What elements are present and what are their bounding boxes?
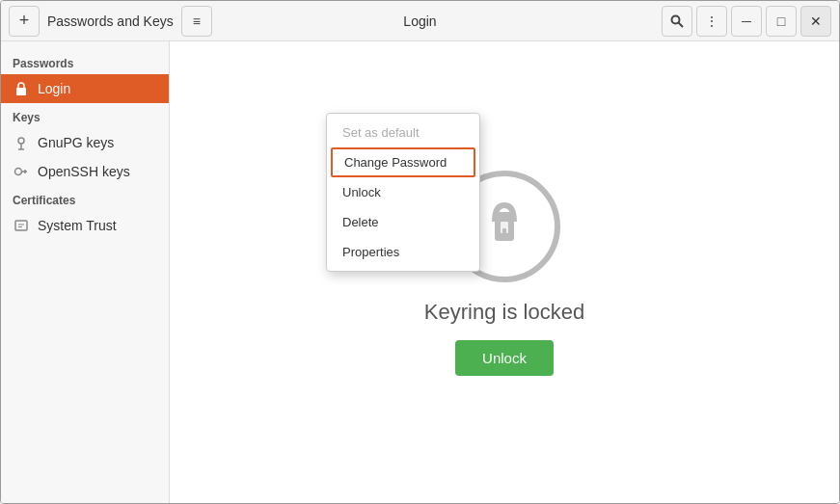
sidebar-item-system-trust[interactable]: System Trust: [1, 211, 169, 240]
context-menu: Set as default Change Password Unlock De…: [326, 113, 480, 272]
system-trust-icon: [13, 217, 30, 234]
svg-rect-2: [16, 88, 26, 95]
titlebar-left: + Passwords and Keys ≡: [9, 6, 283, 37]
menu-item-unlock[interactable]: Unlock: [327, 177, 479, 207]
sidebar: Passwords Login Keys Gnu: [1, 41, 170, 503]
passwords-section-label: Passwords: [1, 49, 169, 74]
titlebar-right: ⋮ ─ □ ✕: [557, 6, 831, 37]
system-trust-label: System Trust: [38, 218, 117, 233]
certificates-section-label: Certificates: [1, 186, 169, 211]
main-content: Passwords Login Keys Gnu: [1, 41, 839, 503]
svg-point-0: [671, 15, 679, 23]
minimize-button[interactable]: ─: [731, 6, 762, 37]
login-icon: [13, 80, 30, 97]
maximize-button[interactable]: □: [766, 6, 797, 37]
menu-button[interactable]: ≡: [181, 6, 212, 37]
menu-item-change-password[interactable]: Change Password: [331, 147, 475, 177]
openssh-icon: [13, 163, 30, 180]
titlebar-center-title: Login: [283, 13, 556, 29]
close-button[interactable]: ✕: [800, 6, 831, 37]
gnupg-label: GnuPG keys: [38, 135, 114, 150]
openssh-label: OpenSSH keys: [38, 164, 130, 179]
right-panel: Keyring is locked Unlock Set as default …: [170, 41, 839, 503]
unlock-button[interactable]: Unlock: [455, 340, 554, 376]
svg-rect-5: [15, 221, 27, 230]
menu-item-delete[interactable]: Delete: [327, 207, 479, 237]
more-options-button[interactable]: ⋮: [696, 6, 727, 37]
svg-line-1: [678, 22, 683, 27]
search-button[interactable]: [662, 6, 692, 37]
keys-section-label: Keys: [1, 103, 169, 128]
gnupg-icon: [13, 134, 30, 151]
sidebar-item-openssh[interactable]: OpenSSH keys: [1, 157, 169, 186]
keyring-status-text: Keyring is locked: [424, 300, 584, 325]
menu-item-properties[interactable]: Properties: [327, 237, 479, 267]
app-window: + Passwords and Keys ≡ Login ⋮ ─ □ ✕: [0, 0, 840, 504]
menu-item-set-default: Set as default: [327, 118, 479, 147]
sidebar-item-gnupg[interactable]: GnuPG keys: [1, 128, 169, 157]
svg-point-4: [15, 169, 22, 175]
svg-rect-11: [502, 228, 506, 236]
app-title: Passwords and Keys: [47, 13, 174, 29]
login-label: Login: [38, 81, 70, 96]
sidebar-item-login[interactable]: Login: [1, 74, 169, 103]
add-button[interactable]: +: [9, 6, 40, 37]
titlebar: + Passwords and Keys ≡ Login ⋮ ─ □ ✕: [1, 1, 839, 41]
svg-point-3: [18, 138, 24, 144]
